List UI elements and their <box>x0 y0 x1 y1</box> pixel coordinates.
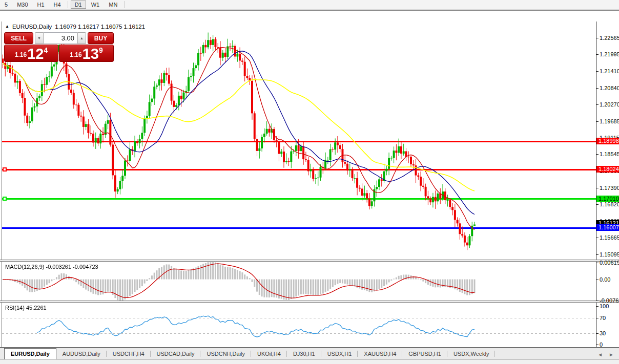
price-tick-label: 1.20840 <box>600 85 619 91</box>
price-tick-label: 1.22565 <box>600 35 619 41</box>
axis-tick <box>596 71 599 72</box>
toolbar-separator <box>124 1 125 8</box>
chart-tab-xauusd-h4[interactable]: XAUUSD,H4 <box>358 348 402 359</box>
sell-price-pips: 12 <box>27 47 44 60</box>
chart-tab-usdx-weekly[interactable]: USDX,Weekly <box>447 348 495 359</box>
axis-tick <box>596 301 599 301</box>
chart-tab-eurusd-daily[interactable]: EURUSD,Daily <box>4 348 56 359</box>
price-tick-label: 1.17390 <box>600 185 619 191</box>
axis-tick <box>596 154 599 155</box>
chart-tab-usdcad-daily[interactable]: USDCAD,Daily <box>151 348 201 359</box>
mt4-terminal: 5M30H1H4D1W1MN ▲ EURUSD,Daily 1.16079 1.… <box>0 0 619 364</box>
axis-tick <box>596 263 599 263</box>
axis-tick <box>596 204 599 205</box>
timeframe-button-w1[interactable]: W1 <box>87 1 104 9</box>
sell-button[interactable]: SELL <box>4 32 33 44</box>
axis-tick <box>596 88 599 89</box>
toolbar-separator <box>68 1 68 8</box>
macd-tick-label: 0.00 <box>600 276 610 283</box>
axis-tick <box>596 54 599 55</box>
axis-tick <box>596 188 599 188</box>
axis-tick <box>596 254 599 255</box>
timeframe-button-h4[interactable]: H4 <box>50 1 65 9</box>
volume-decrease-button[interactable]: ▼ <box>35 32 44 44</box>
buy-price-prefix: 1.16 <box>70 51 81 58</box>
chart-tab-gbpusd-h1[interactable]: GBPUSD,H1 <box>402 348 447 359</box>
chart-tab-audusd-daily[interactable]: AUDUSD,Daily <box>56 348 107 359</box>
sell-price-fraction: 4 <box>44 46 48 54</box>
timeframe-button-h1[interactable]: H1 <box>33 1 49 9</box>
price-tick-label: 1.21410 <box>600 68 619 74</box>
buy-price-pips: 13 <box>82 47 99 60</box>
price-axis-line <box>596 22 596 347</box>
level-price-flag: 1.18024 <box>596 166 619 173</box>
panel-separator[interactable] <box>0 260 619 262</box>
window-left-border <box>1 22 2 347</box>
axis-tick <box>596 104 599 105</box>
chart-tab-ukoil-h4[interactable]: UKOil,H4 <box>251 348 287 359</box>
chart-tab-usdcnh-daily[interactable]: USDCNH,Daily <box>200 348 251 359</box>
symbol-tab-bar: EURUSD,DailyAUDUSD,DailyUSDCHF,H4USDCAD,… <box>0 348 619 360</box>
rsi-tick-label: 70 <box>600 315 606 321</box>
axis-tick <box>596 345 599 345</box>
tab-scroll-buttons: ◄ ► <box>597 348 614 360</box>
buy-price-fraction: 9 <box>99 46 103 54</box>
timeframe-button-5[interactable]: 5 <box>1 1 12 9</box>
status-strip <box>0 360 619 364</box>
chart-tab-usdx-h1[interactable]: USDX,H1 <box>321 348 358 359</box>
rsi-tick-label: 0 <box>600 341 603 348</box>
price-tick-label: 1.15095 <box>600 251 619 258</box>
rsi-label: RSI(14) 45.2261 <box>5 305 47 311</box>
tab-scroll-right-icon[interactable]: ► <box>609 352 614 357</box>
tab-scroll-left-icon[interactable]: ◄ <box>597 352 603 357</box>
one-click-trading-panel: SELL ▼ ▲ BUY 1.16 12 4 1.16 13 9 <box>4 32 114 62</box>
price-tick-label: 1.18545 <box>600 151 619 157</box>
axis-tick <box>596 121 599 122</box>
axis-tick <box>596 238 599 238</box>
sell-price-prefix: 1.16 <box>15 51 27 58</box>
axis-tick <box>596 333 599 334</box>
buy-price-button[interactable]: 1.16 13 9 <box>59 45 114 62</box>
buy-button[interactable]: BUY <box>88 32 114 44</box>
axis-tick <box>596 306 599 307</box>
macd-label: MACD(12,26,9) -0.003261 -0.004723 <box>5 264 98 270</box>
axis-tick <box>596 318 599 318</box>
chart-window: ▲ EURUSD,Daily 1.16079 1.16217 1.16075 1… <box>0 10 619 348</box>
axis-tick <box>596 280 599 280</box>
price-tick-label: 1.21995 <box>600 51 619 57</box>
volume-input[interactable] <box>44 32 77 44</box>
timeframe-button-m30[interactable]: M30 <box>13 1 32 9</box>
rsi-tick-label: 100 <box>600 303 609 309</box>
timeframe-button-d1[interactable]: D1 <box>71 1 86 9</box>
level-price-flag: 1.18998 <box>596 138 619 144</box>
macd-tick-label: 0.006193 <box>600 260 619 266</box>
axis-tick <box>596 38 599 38</box>
panel-separator[interactable] <box>0 301 619 303</box>
rsi-indicator-chart[interactable] <box>2 303 596 347</box>
price-tick-label: 1.16820 <box>600 201 619 207</box>
chart-tab-usdchf-h4[interactable]: USDCHF,H4 <box>107 348 151 359</box>
sell-price-button[interactable]: 1.16 12 4 <box>4 45 58 62</box>
volume-increase-button[interactable]: ▲ <box>77 32 86 44</box>
level-price-flag: 1.16007 <box>596 224 619 231</box>
price-tick-label: 1.19685 <box>600 118 619 124</box>
rsi-tick-label: 30 <box>600 330 606 336</box>
chart-tab-dj30-h1[interactable]: DJ30,H1 <box>287 348 321 359</box>
price-tick-label: 1.15665 <box>600 234 619 241</box>
timeframe-button-mn[interactable]: MN <box>105 1 121 9</box>
timeframe-toolbar: 5M30H1H4D1W1MN <box>0 0 619 10</box>
level-price-flag: 1.17010 <box>596 196 619 202</box>
price-tick-label: 1.20270 <box>600 101 619 108</box>
